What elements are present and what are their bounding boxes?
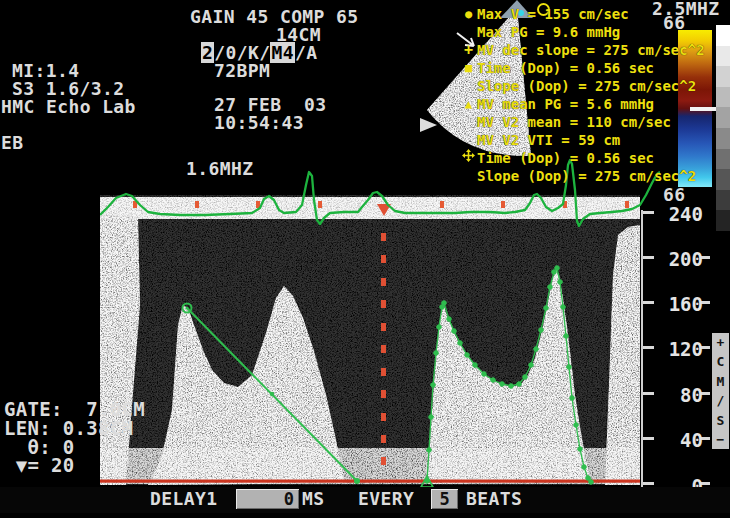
gray-value-bottom: 66 [663, 186, 685, 205]
axis-tick-160: 160 [655, 293, 703, 315]
operator-label: EB [1, 134, 23, 153]
measurement-row: MV V2 mean = 110 cm/sec [460, 113, 728, 131]
institution-label: HMC Echo Lab [1, 98, 136, 117]
gain-comp-label: GAIN 45 COMP 65 [190, 8, 359, 27]
measurement-row: +MV dec slope = 275 cm/sec^2 [460, 41, 728, 59]
angle-correct-label: ▼= 20 [4, 456, 74, 476]
spectral-doppler-display [100, 155, 660, 490]
axis-unit-label: + C M / S − [712, 333, 729, 449]
every-label: EVERY [358, 490, 414, 509]
plus-bullet-icon: + [460, 41, 477, 59]
doppler-frequency-label: 1.6MHZ [186, 160, 253, 179]
baseline [100, 480, 640, 483]
footer-bar: DELAY1 0 MS EVERY 5 BEATS [0, 487, 730, 513]
ultrasound-screen: 240 200 160 120 80 40 0 + C M / S − GAIN… [0, 0, 730, 518]
delay-value-field[interactable]: 0 [236, 489, 299, 509]
heart-rate-label: 72BPM [214, 62, 270, 81]
circle-bullet-icon: ● [460, 5, 477, 23]
mode-badge-m4: M4 [270, 42, 294, 63]
square-bullet-icon: ■ [460, 59, 477, 77]
axis-tick-200: 200 [655, 248, 703, 270]
measurement-row: Slope (Dop) = 275 cm/sec^2 [460, 167, 728, 185]
focus-wedge-icon [420, 118, 437, 132]
measurement-row: MV V2 VTI = 59 cm [460, 131, 728, 149]
measurement-row: ▲MV mean PG = 5.6 mmHg [460, 95, 728, 113]
measurement-row: ●Max V = 155 cm/sec [460, 5, 728, 23]
axis-tick-240: 240 [655, 203, 703, 225]
measurement-row: Max PG = 9.6 mmHg [460, 23, 728, 41]
measurement-panel: ●Max V = 155 cm/sec Max PG = 9.6 mmHg +M… [460, 5, 728, 185]
time-label: 10:54:43 [214, 114, 304, 133]
axis-tick-120: 120 [655, 338, 703, 360]
mode-badge-2: 2 [201, 42, 214, 63]
measurement-row: ■Time (Dop) = 0.56 sec [460, 59, 728, 77]
delay-unit-label: MS [302, 490, 324, 509]
beats-unit-label: BEATS [466, 490, 522, 509]
triangle-bullet-icon: ▲ [460, 95, 477, 113]
measurement-row: Time (Dop) = 0.56 sec [460, 149, 728, 167]
move-bullet-icon [460, 149, 477, 167]
axis-tick-80: 80 [655, 384, 703, 406]
measurement-row: Slope (Dop) = 275 cm/sec^2 [460, 77, 728, 95]
axis-line [641, 210, 643, 490]
delay-label: DELAY1 [150, 490, 217, 509]
axis-tick-40: 40 [655, 429, 703, 451]
beats-value-field[interactable]: 5 [431, 489, 458, 509]
